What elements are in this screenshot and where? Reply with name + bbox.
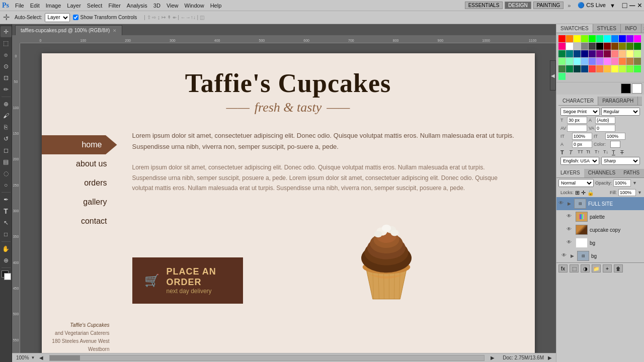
antialiasing-select[interactable]: Sharp (601, 157, 640, 165)
color-swatch[interactable] (566, 65, 573, 72)
color-swatch[interactable] (596, 43, 603, 50)
leading-input[interactable] (595, 117, 615, 124)
blend-mode-select[interactable]: Normal (558, 179, 594, 187)
tab-channels[interactable]: CHANNELS (584, 169, 619, 177)
color-swatch[interactable] (596, 58, 603, 65)
quick-select-tool[interactable]: ⊙ (1, 61, 12, 72)
layer-delete-btn[interactable]: 🗑 (614, 264, 623, 273)
color-swatch[interactable] (581, 43, 588, 50)
style-super[interactable]: T↑ (595, 149, 602, 155)
nav-about[interactable]: about us (42, 154, 117, 173)
color-swatch[interactable] (604, 43, 611, 50)
swatches-more[interactable]: » (641, 24, 644, 33)
zoom-tool[interactable]: ⊕ (1, 255, 12, 266)
tab-character[interactable]: CHARACTER (558, 97, 598, 105)
kerning-input[interactable] (567, 125, 587, 132)
color-swatch[interactable] (589, 35, 596, 42)
color-swatch[interactable] (566, 50, 573, 57)
layer-eye-bg-white[interactable]: 👁 (567, 239, 574, 246)
blur-tool[interactable]: ◌ (1, 168, 12, 179)
move-tool-icon[interactable]: ✛ (3, 13, 10, 22)
menu-filter[interactable]: Filter (105, 2, 123, 10)
menu-file[interactable]: File (12, 2, 27, 10)
healing-brush[interactable]: ⊕ (1, 99, 12, 110)
color-swatch[interactable] (574, 50, 581, 57)
eraser-tool[interactable]: ◻ (1, 145, 12, 156)
color-swatch[interactable] (589, 50, 596, 57)
color-swatch[interactable] (626, 58, 633, 65)
text-color-swatch[interactable] (610, 141, 620, 148)
layer-expand-full-site[interactable]: ▶ (568, 201, 571, 206)
tab-swatches[interactable]: SWATCHES (556, 24, 593, 33)
layer-eye-cupcake[interactable]: 👁 (567, 226, 574, 233)
tab-paragraph[interactable]: PARAGRAPH (598, 97, 638, 105)
tab-layers[interactable]: LAYERS (556, 169, 584, 177)
history-brush[interactable]: ↺ (1, 133, 12, 144)
color-swatch[interactable] (558, 73, 566, 80)
color-swatch[interactable] (558, 58, 566, 65)
color-swatch[interactable] (558, 50, 566, 57)
layer-cupcake-copy[interactable]: 👁 cupcake copy (556, 223, 644, 236)
layer-expand-bg[interactable]: ▶ (571, 253, 574, 258)
nav-gallery[interactable]: gallery (42, 193, 117, 212)
pen-tool[interactable]: ✒ (1, 194, 12, 205)
shape-tool[interactable]: □ (1, 229, 12, 240)
doc-tab-close[interactable]: ✕ (113, 28, 117, 33)
color-swatch[interactable] (611, 65, 618, 72)
nav-left[interactable]: ◀ (39, 355, 43, 360)
menu-edit[interactable]: Edit (27, 2, 43, 10)
hand-tool[interactable]: ✋ (1, 243, 12, 254)
dodge-tool[interactable]: ○ (1, 179, 12, 191)
layer-styles-btn[interactable]: fx (558, 264, 568, 273)
color-swatch[interactable] (619, 43, 626, 50)
style-italic[interactable]: T (569, 149, 576, 155)
color-swatch[interactable] (604, 58, 611, 65)
color-swatch[interactable] (596, 35, 603, 42)
lock-pixels[interactable]: ⊞ (575, 190, 580, 196)
lock-all[interactable]: 🔒 (587, 190, 594, 196)
style-sub[interactable]: T↓ (603, 149, 610, 155)
menu-image[interactable]: Image (43, 2, 64, 10)
layer-bg-group[interactable]: 👁 ▶ ▤ bg (556, 249, 644, 262)
style-allcaps[interactable]: TT (578, 149, 585, 155)
color-swatch[interactable] (611, 58, 618, 65)
color-swatch[interactable] (619, 50, 626, 57)
color-swatch[interactable] (634, 65, 641, 72)
menu-window[interactable]: Window (182, 2, 207, 10)
move-tool[interactable]: ✛ (1, 26, 12, 37)
menu-analysis[interactable]: Analysis (124, 2, 150, 10)
background-swatch[interactable] (632, 83, 642, 94)
baseline-input[interactable] (572, 141, 592, 148)
color-swatch[interactable] (589, 58, 596, 65)
color-swatch[interactable] (619, 58, 626, 65)
color-swatch[interactable] (581, 58, 588, 65)
workspace-essentials[interactable]: ESSENTIALS (465, 2, 503, 9)
opacity-dropdown[interactable]: ▼ (632, 180, 637, 186)
layer-group-btn[interactable]: 📁 (592, 264, 601, 273)
style-strikethrough[interactable]: T (620, 149, 627, 155)
fill-dropdown[interactable]: ▼ (637, 190, 642, 195)
color-swatch[interactable] (611, 43, 618, 50)
color-swatch[interactable] (634, 58, 641, 65)
color-swatch[interactable] (558, 43, 566, 50)
style-smallcaps[interactable]: Tt (586, 149, 593, 155)
color-swatch[interactable] (581, 50, 588, 57)
scroll-thumb-h[interactable] (50, 355, 80, 360)
marquee-tool[interactable]: ⬚ (1, 38, 12, 49)
color-swatch[interactable] (626, 35, 633, 42)
menu-view[interactable]: View (164, 2, 182, 10)
layer-eye-palette[interactable]: 👁 (567, 213, 574, 220)
color-swatch[interactable] (611, 50, 618, 57)
layer-full-site[interactable]: 👁 ▶ ▤ FULL SITE (556, 197, 644, 210)
foreground-swatch[interactable] (621, 83, 631, 94)
nav-orders[interactable]: orders (42, 173, 117, 193)
color-swatch[interactable] (589, 65, 596, 72)
show-transform-label[interactable]: Show Transform Controls (73, 15, 137, 20)
color-swatch[interactable] (566, 43, 573, 50)
foreground-color[interactable] (1, 269, 12, 281)
language-select[interactable]: English: USA (560, 157, 599, 165)
menu-3d[interactable]: 3D (150, 2, 164, 10)
document-tab[interactable]: taffies-cupcakes.psd @ 100% (RGB/8#) ✕ (15, 25, 122, 35)
layer-mask-btn[interactable]: ⬚ (570, 264, 579, 273)
font-size-input[interactable] (567, 117, 587, 124)
